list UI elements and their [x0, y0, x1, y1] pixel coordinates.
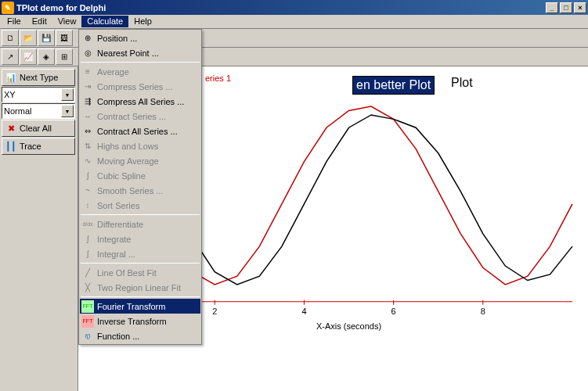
- svg-text:8: 8: [481, 307, 485, 316]
- sort-icon: ↕: [81, 199, 94, 212]
- legend-item: eries 1: [205, 74, 231, 83]
- menu-item-function[interactable]: f()Function ...: [80, 328, 200, 343]
- menu-item-label: Fourier Transform: [97, 302, 165, 311]
- x-axis-label: X-Axis (seconds): [316, 321, 381, 331]
- integrate-icon: ∫: [81, 233, 94, 246]
- menu-edit[interactable]: Edit: [27, 16, 52, 27]
- trace-button[interactable]: ┃┃ Trace: [2, 138, 75, 155]
- menu-separator: [81, 214, 200, 215]
- chevron-down-icon: ▼: [61, 88, 74, 101]
- calculate-dropdown: ⊕Position ...◎Nearest Point ...≡Average⇥…: [78, 29, 202, 345]
- svg-text:2: 2: [212, 307, 217, 316]
- menu-item-differentiate: d/dxDifferentiate: [80, 217, 200, 231]
- menu-item-label: Smooth Series ...: [97, 186, 163, 196]
- bestfit-icon: ╱: [81, 267, 94, 279]
- menu-item-label: Line Of Best Fit: [97, 268, 157, 278]
- tb-new[interactable]: 🗋: [2, 30, 19, 46]
- plot-type-select[interactable]: XY ▼: [2, 87, 75, 102]
- menu-item-label: Highs and Lows: [97, 142, 158, 151]
- menu-help[interactable]: Help: [128, 16, 157, 27]
- menu-item-label: Inverse Transform: [97, 317, 167, 326]
- tb-a[interactable]: ↗: [2, 48, 19, 65]
- spline-icon: ∫: [81, 170, 94, 182]
- menu-item-sort-series: ↕Sort Series: [80, 198, 200, 213]
- svg-text:6: 6: [391, 307, 396, 316]
- menu-item-average: ≡Average: [80, 64, 200, 79]
- menu-item-label: Position ...: [97, 34, 137, 43]
- menu-item-line-of-best-fit: ╱Line Of Best Fit: [80, 265, 200, 280]
- svg-text:4: 4: [301, 307, 306, 316]
- menu-item-nearest-point[interactable]: ◎Nearest Point ...: [80, 45, 200, 60]
- menu-item-moving-average: ∿Moving Average: [80, 153, 200, 168]
- integral-icon: ∫: [81, 248, 94, 260]
- compress-all-icon: ⇶: [81, 95, 94, 108]
- menu-item-label: Average: [97, 67, 129, 77]
- menu-item-integrate: ∫Integrate: [80, 231, 200, 246]
- tb-d[interactable]: ⊞: [56, 48, 73, 65]
- app-icon: ✎: [2, 2, 14, 14]
- mode-value: Normal: [4, 106, 31, 116]
- menu-item-integral: ∫Integral ...: [80, 246, 200, 261]
- function-icon: f(): [81, 330, 94, 343]
- menu-item-label: Sort Series: [97, 201, 139, 210]
- menu-item-compress-series: ⇥Compress Series ...: [80, 79, 200, 94]
- sidebar: 📊 Next Type XY ▼ Normal ▼ ✖ Clear All ┃┃…: [0, 66, 78, 391]
- diff-icon: d/dx: [81, 218, 94, 231]
- tb-image[interactable]: 🖼: [56, 30, 73, 46]
- menu-item-highs-and-lows: ⇅Highs and Lows: [80, 138, 200, 153]
- menu-item-label: Two Region Linear Fit: [97, 283, 181, 292]
- minimize-button[interactable]: _: [546, 2, 558, 13]
- compress-icon: ⇥: [81, 81, 94, 93]
- tb-b[interactable]: 📈: [20, 48, 37, 65]
- contract-icon: ↔: [81, 110, 94, 123]
- movavg-icon: ∿: [81, 155, 94, 167]
- menu-item-compress-all-series[interactable]: ⇶Compress All Series ...: [80, 94, 200, 109]
- menu-separator: [81, 263, 200, 264]
- menu-item-inverse-transform[interactable]: FFTInverse Transform: [80, 314, 200, 328]
- menu-item-label: Compress Series ...: [97, 82, 173, 91]
- x-icon: ✖: [5, 123, 16, 134]
- next-type-button[interactable]: 📊 Next Type: [2, 69, 75, 86]
- menu-separator: [81, 296, 200, 297]
- chart-icon: 📊: [5, 72, 16, 83]
- menu-item-smooth-series: ~Smooth Series ...: [80, 183, 200, 198]
- menu-item-two-region-linear-fit: ╳Two Region Linear Fit: [80, 280, 200, 295]
- highlow-icon: ⇅: [81, 140, 94, 152]
- menu-item-label: Cubic Spline: [97, 171, 146, 181]
- menu-item-label: Function ...: [97, 332, 139, 341]
- menu-item-position[interactable]: ⊕Position ...: [80, 30, 200, 45]
- tb-c[interactable]: ◈: [38, 48, 55, 65]
- menu-item-label: Contract Series ...: [97, 112, 166, 121]
- plot-type-value: XY: [4, 90, 16, 99]
- average-icon: ≡: [81, 66, 94, 78]
- title-edit-input[interactable]: en better Plot: [352, 76, 435, 95]
- menu-calculate[interactable]: Calculate: [81, 16, 128, 27]
- menu-item-fourier-transform[interactable]: FFTFourier Transform: [80, 299, 200, 314]
- menu-item-label: Nearest Point ...: [97, 48, 159, 58]
- menubar: File Edit View Calculate Help: [0, 15, 588, 29]
- position-icon: ⊕: [81, 32, 94, 45]
- menu-item-label: Compress All Series ...: [97, 97, 184, 106]
- mode-select[interactable]: Normal ▼: [2, 103, 75, 119]
- clear-all-button[interactable]: ✖ Clear All: [2, 120, 75, 137]
- ifft-icon: FFT: [81, 315, 94, 328]
- tb-save[interactable]: 💾: [38, 30, 55, 46]
- menu-file[interactable]: File: [2, 16, 27, 27]
- menu-item-label: Moving Average: [97, 156, 159, 166]
- fft-icon: FFT: [81, 300, 94, 313]
- menu-item-label: Integral ...: [97, 249, 135, 259]
- tb-open[interactable]: 📂: [20, 30, 37, 46]
- menu-view[interactable]: View: [52, 16, 82, 27]
- menu-item-cubic-spline: ∫Cubic Spline: [80, 168, 200, 183]
- smooth-icon: ~: [81, 185, 94, 197]
- menu-item-contract-all-series[interactable]: ⇔Contract All Series ...: [80, 124, 200, 138]
- menu-item-contract-series: ↔Contract Series ...: [80, 109, 200, 124]
- menu-item-label: Differentiate: [97, 220, 143, 229]
- close-button[interactable]: ×: [574, 2, 586, 13]
- window-title: TPlot demo for Delphi: [16, 3, 544, 13]
- menu-item-label: Contract All Series ...: [97, 127, 178, 136]
- contract-all-icon: ⇔: [81, 125, 94, 138]
- maximize-button[interactable]: □: [560, 2, 572, 13]
- tworegion-icon: ╳: [81, 282, 94, 294]
- plot-title-suffix: Plot: [451, 76, 473, 90]
